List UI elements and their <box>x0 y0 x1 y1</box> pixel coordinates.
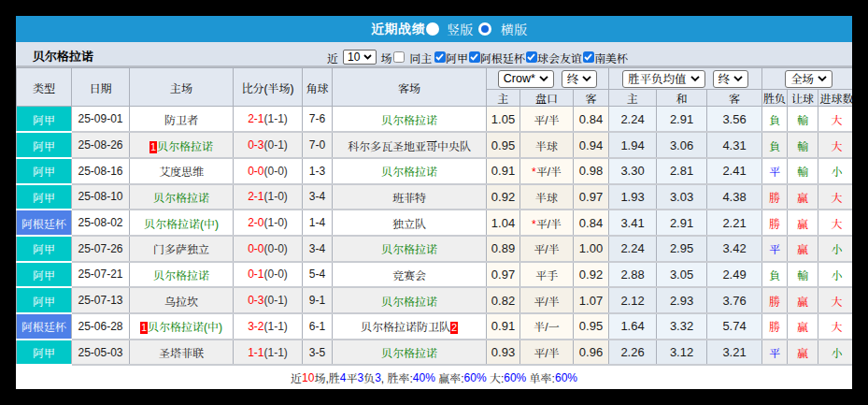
corner-count: 7-6 <box>303 107 333 133</box>
avg-away-odds: 4.31 <box>707 132 762 158</box>
ah-home-odds: 0.95 <box>487 132 520 158</box>
same-home-label[interactable]: 同主 <box>409 50 432 65</box>
league-badge: 阿甲 <box>17 262 72 288</box>
chevron-down-icon <box>363 54 372 60</box>
score: 0-1(0-0) <box>234 262 303 288</box>
summary-segment: 60% <box>464 371 487 384</box>
scope-select[interactable]: 全场 <box>785 70 832 88</box>
avg-draw-odds: 2.93 <box>657 287 707 313</box>
vertical-layout-label[interactable]: 竖版 <box>447 20 473 38</box>
avg-away-odds: 2.21 <box>707 210 762 236</box>
away-team: 独立队 <box>333 210 487 236</box>
away-team: 贝尔格拉诺 <box>333 107 487 133</box>
goals-result: 大 <box>818 210 852 236</box>
home-team: 贝尔格拉诺(中) <box>130 210 234 236</box>
ah-away-odds: 0.98 <box>574 158 609 184</box>
match-row: 阿甲25-08-16艾度思维0-0(0-0)1-3贝尔格拉诺0.91*平/半0.… <box>17 158 853 184</box>
goals-result: 大 <box>818 313 852 340</box>
red-card-badge: 1 <box>140 322 148 334</box>
goals-result: 小 <box>818 340 852 366</box>
club-friendly-checkbox[interactable] <box>526 51 537 63</box>
chevron-down-icon <box>818 76 827 81</box>
ah-away-odds: 0.84 <box>574 210 609 236</box>
chevron-down-icon <box>690 76 700 81</box>
summary-segment: 3 <box>357 371 363 384</box>
league-badge: 阿甲 <box>17 158 72 184</box>
avg-draw-odds: 3.12 <box>657 340 707 366</box>
handicap-result: 輸 <box>788 107 818 133</box>
ah-away-odds: 0.95 <box>574 313 609 340</box>
group-header-scope: 全场 <box>762 68 852 90</box>
avg-home-odds: 2.12 <box>609 287 657 313</box>
match-result: 勝 <box>762 313 788 340</box>
league-a-label[interactable]: 阿甲 <box>446 50 468 65</box>
match-row: 阿甲25-09-01防卫者2-1(1-1)7-6贝尔格拉诺1.05平/半0.84… <box>17 107 853 133</box>
recent-label: 近 <box>327 50 338 65</box>
league-badge: 阿甲 <box>17 184 72 210</box>
ah-away-odds: 0.92 <box>574 262 609 288</box>
ah-away-odds: 0.97 <box>574 184 609 210</box>
club-friendly-label[interactable]: 球会友谊 <box>537 50 582 65</box>
bookmaker-time-select[interactable]: 终 <box>562 70 598 88</box>
horizontal-layout-radio[interactable] <box>478 22 491 36</box>
avg-draw-odds: 2.91 <box>657 210 707 236</box>
bookmaker-select[interactable]: Crow* <box>498 70 554 88</box>
sub-header-handicap-result: 让球 <box>788 90 818 107</box>
score: 3-2(1-1) <box>234 313 303 340</box>
ah-away-odds: 1.00 <box>574 236 609 262</box>
corner-count: 3-5 <box>303 340 333 366</box>
ah-home-odds: 0.92 <box>487 184 520 210</box>
argentina-cup-label[interactable]: 阿根廷杯 <box>480 50 525 65</box>
avg-home-odds: 1.64 <box>609 313 657 340</box>
home-team: 艾度思维 <box>130 158 234 184</box>
ah-home-odds: 0.82 <box>487 287 520 313</box>
league-a-checkbox[interactable] <box>434 51 446 63</box>
score: 2-1(1-0) <box>234 184 303 210</box>
col-header-home: 主场 <box>130 68 234 107</box>
summary-segment: 10 <box>302 371 314 384</box>
col-header-away: 客场 <box>333 68 487 107</box>
league-badge: 阿根廷杯 <box>17 313 72 340</box>
handicap-result: 輸 <box>788 132 818 158</box>
same-home-checkbox[interactable] <box>393 51 405 63</box>
home-team: 1贝尔格拉诺 <box>130 132 234 158</box>
league-badge: 阿甲 <box>17 132 72 158</box>
match-count-select[interactable]: 10 <box>343 50 377 65</box>
match-date: 25-06-28 <box>72 313 130 340</box>
vertical-layout-radio[interactable] <box>426 22 439 36</box>
match-row: 阿根廷杯25-08-02贝尔格拉诺(中)2-0(1-0)1-4独立队1.04*平… <box>17 210 853 236</box>
avg-select[interactable]: 胜平负均值 <box>622 70 705 88</box>
argentina-cup-checkbox[interactable] <box>469 51 480 63</box>
match-result: 平 <box>762 158 788 184</box>
handicap: 平/半 <box>520 287 574 313</box>
avg-time-select[interactable]: 终 <box>713 70 749 88</box>
summary-segment: 40% <box>413 371 435 384</box>
ah-home-odds: 0.93 <box>487 340 520 366</box>
match-date: 25-07-21 <box>72 262 130 288</box>
col-header-corner: 角球 <box>303 68 333 107</box>
avg-home-odds: 1.93 <box>609 184 657 210</box>
red-card-badge: 1 <box>149 141 157 153</box>
corner-count: 3-4 <box>303 236 333 262</box>
goals-result: 大 <box>818 287 852 313</box>
ah-home-odds: 1.04 <box>487 210 520 236</box>
ah-home-odds: 0.91 <box>487 313 520 340</box>
horizontal-layout-label[interactable]: 横版 <box>501 20 527 38</box>
col-header-score: 比分(半场) <box>234 68 303 107</box>
home-team: 门多萨独立 <box>130 236 234 262</box>
score: 0-3(0-1) <box>234 132 303 158</box>
handicap-result: 贏 <box>788 313 818 340</box>
handicap-result: 贏 <box>788 184 818 210</box>
avg-away-odds: 3.21 <box>707 340 762 366</box>
south-america-cup-checkbox[interactable] <box>583 51 594 63</box>
summary-segment: 平 <box>346 369 357 385</box>
summary-segment: 场,胜 <box>314 369 339 385</box>
south-america-cup-label[interactable]: 南美杯 <box>594 50 628 65</box>
filter-bar: 贝尔格拉诺 近 10 场 同主 阿甲 阿根廷杯 球会友谊 南美杯 <box>16 42 852 67</box>
corner-count: 3-4 <box>303 184 333 210</box>
avg-away-odds: 3.76 <box>707 287 762 313</box>
corner-count: 9-1 <box>303 287 333 313</box>
avg-home-odds: 2.26 <box>609 340 657 366</box>
away-team: 贝尔格拉诺防卫队2 <box>333 313 487 340</box>
page-title: 近期战绩 <box>371 16 425 42</box>
